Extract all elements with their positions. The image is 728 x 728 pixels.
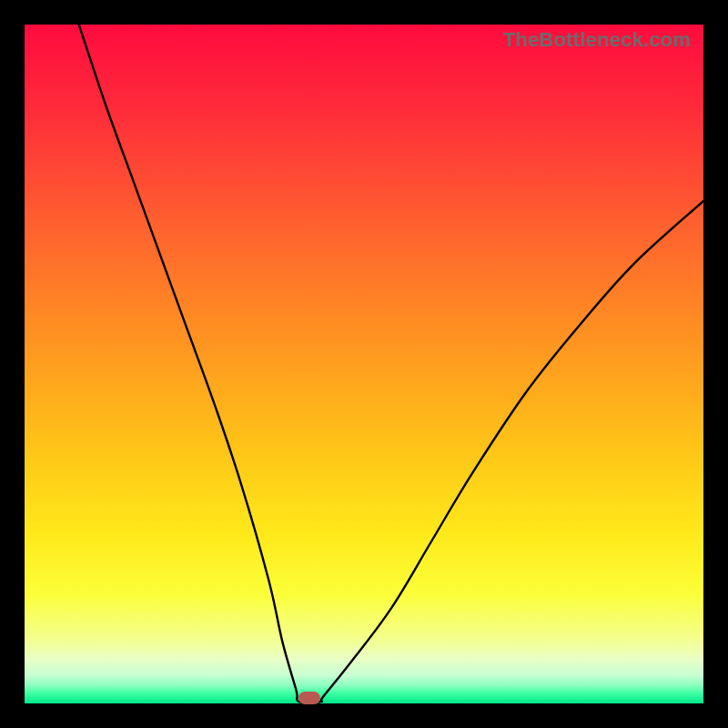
optimum-marker [298,692,320,704]
watermark-text: TheBottleneck.com [503,28,691,52]
background-gradient [25,25,703,703]
svg-rect-0 [25,25,703,703]
plot-area: TheBottleneck.com [25,25,703,703]
chart-frame: TheBottleneck.com [0,0,728,728]
